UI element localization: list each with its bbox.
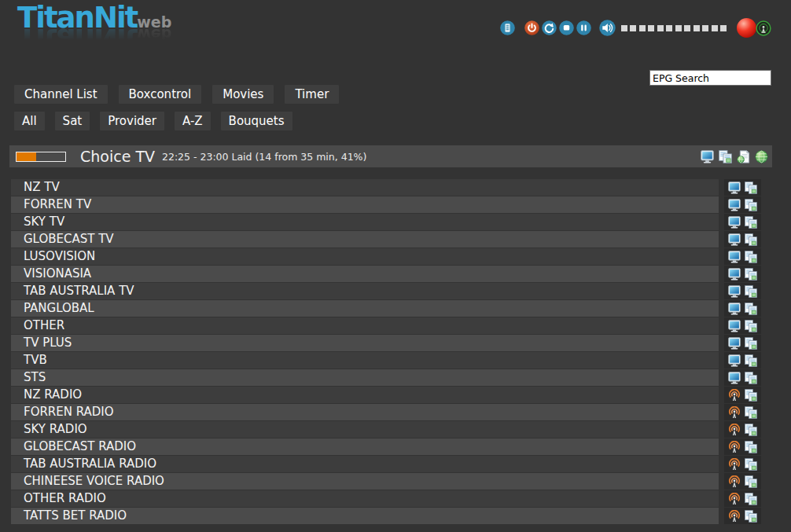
volume-segment[interactable]: [648, 25, 654, 31]
volume-segment[interactable]: [684, 25, 690, 31]
picon-icon[interactable]: [745, 233, 757, 246]
channel-name[interactable]: OTHER: [11, 317, 719, 334]
picon-icon[interactable]: [745, 320, 757, 332]
channel-name[interactable]: OTHER RADIO: [11, 490, 719, 507]
channel-row: TAB AUSTRALIA TV: [11, 283, 791, 299]
channel-name[interactable]: NZ RADIO: [11, 387, 719, 403]
volume-segment[interactable]: [657, 25, 664, 31]
tv-stream-icon[interactable]: [728, 320, 741, 332]
tv-stream-icon[interactable]: [728, 372, 741, 384]
epg-search-input[interactable]: [649, 70, 771, 86]
volume-segment[interactable]: [702, 25, 708, 31]
antenna-icon[interactable]: [756, 20, 771, 36]
channel-name[interactable]: FORREN RADIO: [11, 404, 719, 420]
channel-row: GLOBECAST RADIO: [11, 438, 791, 455]
picon-icon[interactable]: [745, 389, 757, 402]
filter-az[interactable]: A-Z: [175, 112, 211, 130]
volume-segment[interactable]: [712, 25, 718, 31]
picon-icon[interactable]: [745, 199, 757, 211]
picon-icon[interactable]: [745, 354, 757, 367]
picon-icon[interactable]: [745, 441, 757, 453]
channel-name[interactable]: LUSOVISION: [11, 248, 719, 265]
radio-stream-icon[interactable]: [728, 510, 741, 523]
tv-stream-icon[interactable]: [728, 216, 741, 229]
radio-stream-icon[interactable]: [728, 475, 741, 488]
picon-icon[interactable]: [745, 406, 757, 419]
speaker-icon[interactable]: [599, 20, 616, 36]
picon-icon[interactable]: [745, 268, 757, 281]
tv-stream-icon[interactable]: [701, 150, 714, 163]
power-icon[interactable]: [524, 20, 539, 35]
epg-page-icon[interactable]: [737, 150, 750, 163]
picon-icon[interactable]: [745, 216, 757, 229]
picon-icon[interactable]: [745, 475, 757, 488]
volume-segment[interactable]: [639, 25, 646, 31]
channel-row: PANGLOBAL: [11, 300, 791, 317]
stop-icon[interactable]: [559, 20, 574, 35]
picon-icon[interactable]: [745, 285, 757, 298]
picon-icon[interactable]: [745, 493, 757, 505]
volume-segment[interactable]: [720, 25, 727, 31]
tv-stream-icon[interactable]: [728, 233, 741, 246]
channel-name[interactable]: TAB AUSTRALIA TV: [11, 283, 719, 299]
tv-stream-icon[interactable]: [728, 337, 741, 350]
picon-icon[interactable]: [745, 303, 757, 315]
channel-name[interactable]: FORREN TV: [11, 196, 719, 213]
picon-icon[interactable]: [745, 372, 757, 384]
remote-control-icon[interactable]: [500, 20, 515, 35]
reload-icon[interactable]: [542, 20, 557, 35]
picon-icon[interactable]: [745, 251, 757, 263]
channel-name[interactable]: TATTS BET RADIO: [11, 508, 719, 524]
filter-provider[interactable]: Provider: [100, 112, 164, 130]
picon-icon[interactable]: [745, 337, 757, 350]
radio-stream-icon[interactable]: [728, 389, 741, 402]
channel-name[interactable]: GLOBECAST RADIO: [11, 438, 719, 455]
picon-icon[interactable]: [719, 150, 732, 163]
picon-icon[interactable]: [745, 458, 757, 471]
volume-bar[interactable]: [621, 25, 727, 31]
picon-icon[interactable]: [745, 182, 757, 194]
radio-stream-icon[interactable]: [728, 441, 741, 453]
radio-stream-icon[interactable]: [728, 424, 741, 436]
channel-name[interactable]: GLOBECAST TV: [11, 231, 719, 248]
radio-stream-icon[interactable]: [728, 493, 741, 505]
channel-name[interactable]: TAB AUSTRALIA RADIO: [11, 456, 719, 472]
channel-name[interactable]: STS: [11, 369, 719, 386]
nav-boxcontrol[interactable]: Boxcontrol: [119, 85, 202, 104]
filter-sat[interactable]: Sat: [55, 112, 90, 130]
filter-all[interactable]: All: [14, 112, 45, 130]
channel-row: NZ TV: [11, 179, 791, 196]
channel-name[interactable]: PANGLOBAL: [11, 300, 719, 317]
channel-name[interactable]: VISIONASIA: [11, 266, 719, 282]
volume-segment[interactable]: [675, 25, 682, 31]
radio-stream-icon[interactable]: [728, 406, 741, 419]
picon-icon[interactable]: [745, 424, 757, 436]
picon-icon[interactable]: [745, 510, 757, 523]
channel-name[interactable]: CHINEESE VOICE RADIO: [11, 473, 719, 490]
tv-stream-icon[interactable]: [728, 354, 741, 367]
channel-name[interactable]: TV PLUS: [11, 335, 719, 351]
channel-name[interactable]: SKY RADIO: [11, 421, 719, 438]
volume-segment[interactable]: [630, 25, 636, 31]
nav-channel-list[interactable]: Channel List: [14, 85, 108, 104]
volume-segment[interactable]: [694, 25, 700, 31]
channel-name[interactable]: NZ TV: [11, 179, 719, 196]
tv-stream-icon[interactable]: [728, 251, 741, 263]
tv-stream-icon[interactable]: [728, 303, 741, 315]
nav-movies[interactable]: Movies: [212, 85, 274, 104]
nav-timer[interactable]: Timer: [285, 85, 339, 104]
tv-stream-icon[interactable]: [728, 199, 741, 211]
filter-bouquets[interactable]: Bouquets: [221, 112, 292, 130]
tv-stream-icon[interactable]: [728, 268, 741, 281]
channel-name[interactable]: TVB: [11, 352, 719, 369]
volume-segment[interactable]: [666, 25, 672, 31]
channel-name[interactable]: SKY TV: [11, 214, 719, 230]
tv-stream-icon[interactable]: [728, 285, 741, 298]
volume-segment[interactable]: [621, 25, 627, 31]
tv-stream-icon[interactable]: [728, 182, 741, 194]
radio-stream-icon[interactable]: [728, 458, 741, 471]
pause-icon[interactable]: [576, 20, 591, 35]
channel-row-actions: [724, 231, 761, 248]
web-icon[interactable]: [755, 150, 768, 163]
main-nav: Channel List Boxcontrol Movies Timer: [14, 85, 339, 104]
